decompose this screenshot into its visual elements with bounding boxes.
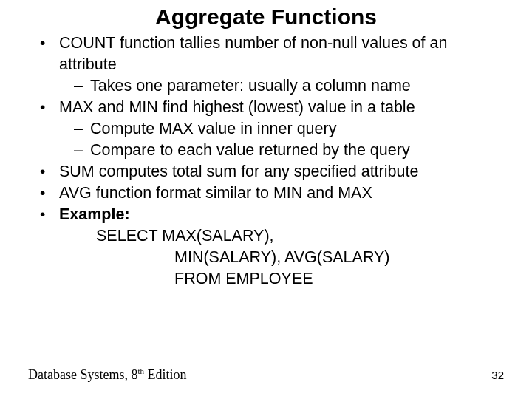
- footer-sup: th: [137, 366, 144, 375]
- footer-text-b: Edition: [144, 367, 187, 382]
- bullet-list: COUNT function tallies number of non-nul…: [40, 33, 502, 290]
- bullet-item: MAX and MIN find highest (lowest) value …: [40, 97, 502, 161]
- bullet-item: SUM computes total sum for any specified…: [40, 161, 502, 183]
- bullet-text: MAX and MIN find highest (lowest) value …: [59, 98, 415, 116]
- bullet-text: SUM computes total sum for any specified…: [59, 163, 418, 180]
- footer-text-a: Database Systems, 8: [28, 367, 137, 382]
- bullet-text: AVG function format similar to MIN and M…: [59, 184, 372, 202]
- page-number: 32: [491, 369, 504, 381]
- slide: Aggregate Functions COUNT function talli…: [0, 0, 532, 399]
- code-line: SELECT MAX(SALARY),: [96, 225, 502, 247]
- sub-text: Compare to each value returned by the qu…: [90, 141, 410, 159]
- sub-item: Takes one parameter: usually a column na…: [74, 75, 502, 97]
- slide-title: Aggregate Functions: [0, 0, 532, 33]
- sub-text: Compute MAX value in inner query: [90, 120, 336, 137]
- code-line: FROM EMPLOYEE: [96, 268, 502, 290]
- sub-item: Compute MAX value in inner query: [74, 118, 502, 140]
- bullet-item: AVG function format similar to MIN and M…: [40, 183, 502, 204]
- sub-text: Takes one parameter: usually a column na…: [90, 77, 411, 95]
- footer: Database Systems, 8th Edition 32: [28, 366, 504, 383]
- bullet-item: COUNT function tallies number of non-nul…: [40, 33, 502, 97]
- bullet-text: Example:: [59, 205, 130, 223]
- bullet-text: COUNT function tallies number of non-nul…: [59, 34, 447, 73]
- footer-left: Database Systems, 8th Edition: [28, 366, 187, 383]
- example-code: SELECT MAX(SALARY), MIN(SALARY), AVG(SAL…: [59, 225, 502, 290]
- sub-item: Compare to each value returned by the qu…: [74, 140, 502, 161]
- code-line: MIN(SALARY), AVG(SALARY): [96, 247, 502, 268]
- bullet-item: Example: SELECT MAX(SALARY), MIN(SALARY)…: [40, 204, 502, 290]
- slide-body: COUNT function tallies number of non-nul…: [0, 33, 532, 290]
- sub-list: Takes one parameter: usually a column na…: [59, 75, 502, 97]
- sub-list: Compute MAX value in inner query Compare…: [59, 118, 502, 161]
